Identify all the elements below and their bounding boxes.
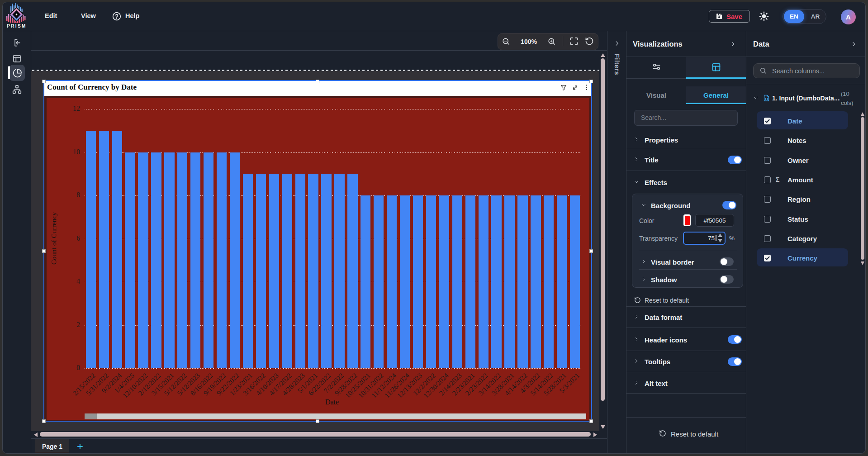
svg-text:PRISM: PRISM (7, 24, 27, 28)
